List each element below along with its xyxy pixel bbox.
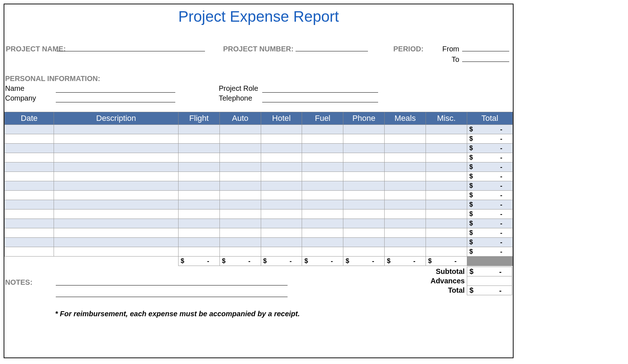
expense-cell[interactable]: [219, 228, 261, 238]
expense-cell[interactable]: [5, 219, 54, 228]
expense-cell[interactable]: [178, 191, 219, 200]
expense-cell[interactable]: [5, 172, 54, 181]
expense-cell[interactable]: [426, 125, 467, 134]
expense-cell[interactable]: [54, 134, 179, 144]
expense-cell[interactable]: [54, 238, 179, 247]
telephone-input[interactable]: [262, 94, 378, 102]
expense-cell[interactable]: [178, 162, 219, 172]
expense-cell[interactable]: [385, 144, 426, 153]
expense-cell[interactable]: [178, 219, 219, 228]
expense-cell[interactable]: [385, 200, 426, 209]
expense-cell[interactable]: [178, 209, 219, 219]
expense-cell[interactable]: [302, 191, 343, 200]
expense-cell[interactable]: [302, 125, 343, 134]
expense-cell[interactable]: [5, 125, 54, 134]
expense-cell[interactable]: [5, 153, 54, 162]
expense-cell[interactable]: [54, 153, 179, 162]
notes-line-1[interactable]: [56, 278, 288, 285]
expense-cell[interactable]: [219, 219, 261, 228]
project-role-input[interactable]: [262, 85, 378, 93]
expense-cell[interactable]: [385, 125, 426, 134]
notes-line-2[interactable]: [56, 289, 288, 297]
expense-cell[interactable]: [54, 172, 179, 181]
advances-value[interactable]: [467, 276, 512, 286]
expense-cell[interactable]: [178, 247, 219, 257]
expense-cell[interactable]: [261, 219, 302, 228]
expense-cell[interactable]: [426, 228, 467, 238]
expense-cell[interactable]: [178, 238, 219, 247]
expense-cell[interactable]: [302, 228, 343, 238]
expense-cell[interactable]: [54, 247, 179, 257]
expense-cell[interactable]: [302, 238, 343, 247]
expense-cell[interactable]: [54, 181, 179, 191]
expense-cell[interactable]: [385, 247, 426, 257]
expense-cell[interactable]: [426, 219, 467, 228]
expense-cell[interactable]: [343, 247, 385, 257]
expense-cell[interactable]: [426, 200, 467, 209]
expense-cell[interactable]: [302, 153, 343, 162]
expense-cell[interactable]: [261, 247, 302, 257]
expense-cell[interactable]: [178, 228, 219, 238]
expense-cell[interactable]: [5, 162, 54, 172]
expense-cell[interactable]: [54, 125, 179, 134]
expense-cell[interactable]: [219, 172, 261, 181]
expense-cell[interactable]: [54, 209, 179, 219]
expense-cell[interactable]: [54, 144, 179, 153]
expense-cell[interactable]: [5, 200, 54, 209]
expense-cell[interactable]: [261, 125, 302, 134]
expense-cell[interactable]: [426, 172, 467, 181]
expense-cell[interactable]: [178, 200, 219, 209]
expense-cell[interactable]: [261, 228, 302, 238]
expense-cell[interactable]: [343, 153, 385, 162]
company-input[interactable]: [56, 94, 175, 102]
expense-cell[interactable]: [261, 144, 302, 153]
expense-cell[interactable]: [5, 247, 54, 257]
expense-cell[interactable]: [178, 134, 219, 144]
expense-cell[interactable]: [385, 191, 426, 200]
expense-cell[interactable]: [261, 181, 302, 191]
expense-cell[interactable]: [385, 162, 426, 172]
expense-cell[interactable]: [343, 228, 385, 238]
project-number-input[interactable]: [296, 43, 368, 51]
period-to-input[interactable]: [462, 54, 509, 62]
expense-cell[interactable]: [54, 228, 179, 238]
expense-cell[interactable]: [302, 144, 343, 153]
expense-cell[interactable]: [385, 228, 426, 238]
expense-cell[interactable]: [426, 162, 467, 172]
expense-cell[interactable]: [343, 200, 385, 209]
expense-cell[interactable]: [302, 219, 343, 228]
expense-cell[interactable]: [302, 247, 343, 257]
expense-cell[interactable]: [343, 181, 385, 191]
expense-cell[interactable]: [5, 228, 54, 238]
expense-cell[interactable]: [54, 162, 179, 172]
expense-cell[interactable]: [219, 153, 261, 162]
expense-cell[interactable]: [261, 134, 302, 144]
expense-cell[interactable]: [261, 191, 302, 200]
expense-cell[interactable]: [343, 125, 385, 134]
expense-cell[interactable]: [219, 162, 261, 172]
expense-cell[interactable]: [219, 247, 261, 257]
expense-cell[interactable]: [5, 134, 54, 144]
expense-cell[interactable]: [302, 134, 343, 144]
expense-cell[interactable]: [219, 191, 261, 200]
expense-cell[interactable]: [302, 162, 343, 172]
expense-cell[interactable]: [261, 238, 302, 247]
expense-cell[interactable]: [426, 191, 467, 200]
expense-cell[interactable]: [219, 125, 261, 134]
expense-cell[interactable]: [5, 144, 54, 153]
expense-cell[interactable]: [343, 162, 385, 172]
expense-cell[interactable]: [219, 200, 261, 209]
expense-cell[interactable]: [302, 200, 343, 209]
expense-cell[interactable]: [343, 191, 385, 200]
expense-cell[interactable]: [178, 125, 219, 134]
expense-cell[interactable]: [261, 209, 302, 219]
expense-cell[interactable]: [54, 219, 179, 228]
expense-cell[interactable]: [426, 153, 467, 162]
expense-cell[interactable]: [219, 238, 261, 247]
expense-cell[interactable]: [261, 200, 302, 209]
expense-cell[interactable]: [426, 144, 467, 153]
expense-cell[interactable]: [261, 162, 302, 172]
expense-cell[interactable]: [343, 219, 385, 228]
expense-cell[interactable]: [178, 153, 219, 162]
expense-cell[interactable]: [261, 153, 302, 162]
